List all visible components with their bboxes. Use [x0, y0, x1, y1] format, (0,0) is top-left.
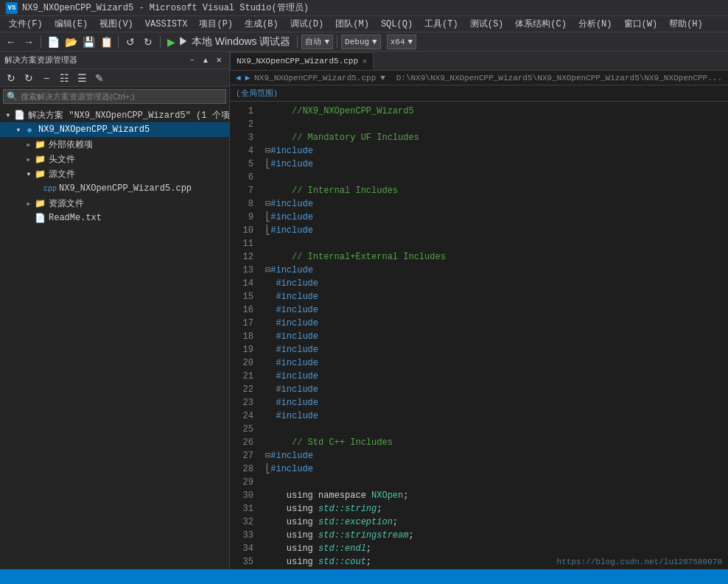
menu-item-f[interactable]: 文件(F)	[3, 16, 49, 32]
menu-item-sqlq[interactable]: SQL(Q)	[375, 18, 419, 31]
redo-btn[interactable]: ↻	[140, 34, 156, 50]
cpp-file-label: NX9_NXOpenCPP_Wizard5.cpp	[59, 183, 192, 194]
back-btn[interactable]: ←	[3, 34, 19, 50]
menu-item-c[interactable]: 体系结构(C)	[509, 16, 573, 32]
new-file-btn[interactable]: 📄	[45, 34, 61, 50]
tree-item-cpp-file[interactable]: cpp NX9_NXOpenCPP_Wizard5.cpp	[0, 181, 229, 196]
forward-btn[interactable]: →	[21, 34, 37, 50]
menu-item-b[interactable]: 生成(B)	[239, 16, 284, 32]
se-expand-btn[interactable]: ✎	[91, 70, 108, 86]
file-tab-indicator: ▶	[245, 73, 251, 82]
tab-close-btn[interactable]: ✕	[363, 57, 367, 66]
menu-item-m[interactable]: 团队(M)	[329, 16, 375, 32]
code-line-5: ⎣#include	[265, 158, 728, 171]
ext-deps-arrow-icon: ▶	[24, 139, 34, 149]
menu-item-v[interactable]: 视图(V)	[94, 16, 139, 32]
platform-dropdown[interactable]: x64 ▼	[387, 35, 416, 49]
code-line-20: #include	[265, 356, 728, 370]
undo-btn[interactable]: ↺	[122, 34, 139, 50]
line-num-24: 24	[230, 409, 253, 423]
tree-item-resource-files[interactable]: ▶ 📁 资源文件	[0, 196, 229, 211]
status-bar	[0, 569, 728, 584]
menu-item-n[interactable]: 分析(N)	[573, 16, 618, 32]
tree-item-header-files[interactable]: ▶ 📁 头文件	[0, 152, 229, 166]
save-btn[interactable]: 💾	[80, 34, 97, 50]
menu-item-t[interactable]: 工具(T)	[419, 16, 464, 32]
line-num-8: 8	[230, 197, 253, 211]
code-line-19: #include	[265, 343, 728, 356]
se-pin-btn[interactable]: −	[186, 54, 198, 66]
cpp-file-icon: cpp	[44, 183, 56, 194]
se-panel-title: 解决方案资源管理器	[4, 54, 77, 66]
tree-item-readme[interactable]: ▶ 📄 ReadMe.txt	[0, 211, 229, 225]
code-line-1: //NX9_NXOpenCPP_Wizard5	[265, 105, 728, 118]
debug-play-btn[interactable]: ▶ ▶ 本地 Windows 调试器	[164, 34, 293, 50]
code-line-29	[265, 476, 728, 489]
menu-item-s[interactable]: 测试(S)	[464, 16, 510, 32]
line-num-6: 6	[230, 171, 253, 184]
line-num-31: 31	[230, 502, 253, 516]
line-num-21: 21	[230, 370, 253, 383]
code-line-30: using namespace NXOpen;	[265, 489, 728, 502]
tree-item-external-deps[interactable]: ▶ 📁 外部依赖项	[0, 137, 229, 152]
se-search-icon: 🔍	[7, 91, 18, 102]
tree-item-source-files[interactable]: ▼ 📁 源文件	[0, 166, 229, 181]
source-folder-icon: 📁	[34, 168, 46, 180]
line-num-23: 23	[230, 396, 253, 409]
code-content[interactable]: 1234567891011121314151617181920212223242…	[230, 102, 728, 584]
code-line-21: #include	[265, 370, 728, 383]
menu-item-vassistx[interactable]: VASSISTX	[139, 18, 194, 31]
solution-arrow-icon: ▼	[3, 110, 13, 120]
resource-folder-icon: 📁	[34, 197, 46, 209]
se-auto-hide-btn[interactable]: ▲	[200, 54, 211, 66]
line-num-4: 4	[230, 144, 253, 158]
solution-explorer: 解决方案资源管理器 − ▲ ✕ ↻ ↻ − ☷ ☰ ✎ 🔍 ▼ 📄	[0, 52, 230, 584]
tree-item-project[interactable]: ▼ ◆ NX9_NXOpenCPP_Wizard5	[0, 122, 229, 137]
config-dropdown[interactable]: Debug ▼	[341, 35, 381, 49]
line-num-13: 13	[230, 264, 253, 277]
se-header: 解决方案资源管理器 − ▲ ✕	[0, 52, 229, 69]
menu-item-e[interactable]: 编辑(E)	[49, 16, 94, 32]
open-btn[interactable]: 📂	[63, 34, 79, 50]
header-folder-icon: 📁	[34, 153, 46, 165]
editor-tab-main[interactable]: NX9_NXOpenCPP_Wizard5.cpp ✕	[230, 52, 374, 70]
target-dropdown[interactable]: 自动 ▼	[301, 35, 333, 49]
se-search-box[interactable]: 🔍	[3, 89, 226, 104]
toolbar-sep-3	[160, 36, 161, 48]
se-filter-btn[interactable]: ☷	[56, 70, 72, 86]
save-all-btn[interactable]: 📋	[98, 34, 114, 50]
line-num-17: 17	[230, 317, 253, 330]
se-collapse-btn[interactable]: −	[38, 70, 55, 86]
line-num-25: 25	[230, 423, 253, 436]
solution-label: 解决方案 "NX9_NXOpenCPP_Wizard5" (1 个项	[28, 109, 229, 122]
header-files-label: 头文件	[49, 153, 75, 166]
se-close-btn[interactable]: ✕	[213, 54, 225, 66]
toolbar: ← → 📄 📂 💾 📋 ↺ ↻ ▶ ▶ 本地 Windows 调试器 自动 ▼ …	[0, 32, 728, 52]
toolbar-sep-4	[297, 36, 298, 48]
menu-item-p[interactable]: 项目(P)	[193, 16, 239, 32]
code-line-22: #include	[265, 383, 728, 396]
tree-item-solution[interactable]: ▼ 📄 解决方案 "NX9_NXOpenCPP_Wizard5" (1 个项	[0, 108, 229, 122]
line-num-28: 28	[230, 462, 253, 476]
resource-files-arrow-icon: ▶	[24, 198, 34, 208]
menu-item-d[interactable]: 调试(D)	[284, 16, 330, 32]
toolbar-sep-2	[118, 36, 119, 48]
code-line-31: using std::string;	[265, 502, 728, 516]
se-refresh-btn[interactable]: ↻	[21, 70, 37, 86]
line-num-30: 30	[230, 489, 253, 502]
se-search-input[interactable]	[21, 92, 190, 101]
menu-item-h[interactable]: 帮助(H)	[663, 16, 709, 32]
line-num-32: 32	[230, 516, 253, 529]
se-props-btn[interactable]: ☰	[74, 70, 90, 86]
line-num-18: 18	[230, 330, 253, 343]
menu-item-w[interactable]: 窗口(W)	[618, 16, 664, 32]
code-line-28: ⎣#include	[265, 462, 728, 476]
code-line-7: // Internal Includes	[265, 184, 728, 197]
project-label: NX9_NXOpenCPP_Wizard5	[38, 124, 150, 135]
line-num-12: 12	[230, 250, 253, 264]
line-num-10: 10	[230, 224, 253, 237]
se-header-buttons: − ▲ ✕	[186, 54, 225, 66]
nav-arrow-left[interactable]: ◀	[236, 73, 241, 82]
se-sync-btn[interactable]: ↻	[3, 70, 19, 86]
line-num-16: 16	[230, 303, 253, 317]
